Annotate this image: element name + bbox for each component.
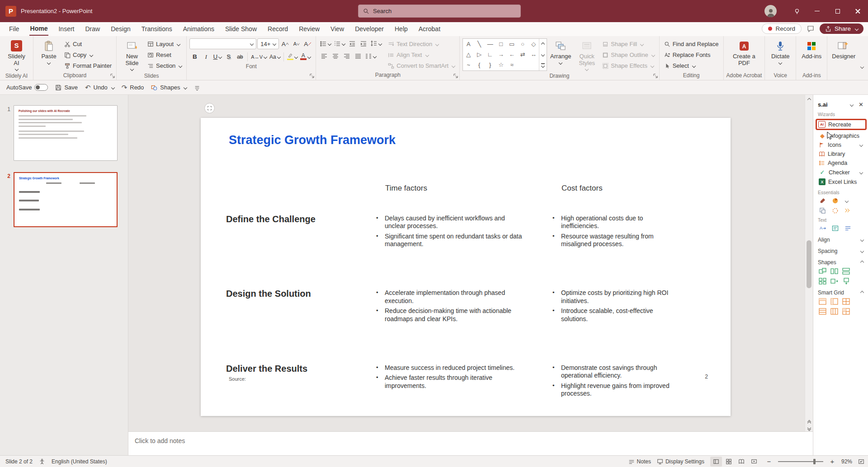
highlight-color-button[interactable] bbox=[286, 51, 298, 62]
shape-tool-icon[interactable] bbox=[830, 278, 838, 285]
text-resize-icon[interactable]: A bbox=[819, 225, 826, 232]
shape-gallery-item[interactable]: ▭ bbox=[506, 39, 517, 49]
shape-gallery-item[interactable]: } bbox=[485, 60, 495, 70]
reading-view-button[interactable] bbox=[736, 457, 747, 467]
underline-button[interactable]: U bbox=[212, 51, 222, 62]
powerpoint-logo-icon[interactable]: P bbox=[5, 6, 16, 17]
panel-collapse-chevron[interactable] bbox=[850, 103, 854, 106]
text-shadow-button[interactable]: S bbox=[223, 51, 234, 62]
line-spacing-button[interactable] bbox=[369, 38, 382, 49]
reset-button[interactable]: Reset bbox=[146, 50, 184, 60]
align-left-button[interactable] bbox=[319, 51, 329, 61]
maximize-button[interactable] bbox=[827, 0, 848, 22]
vertical-scrollbar[interactable] bbox=[805, 95, 813, 431]
gallery-more-button[interactable] bbox=[539, 60, 547, 70]
accessibility-icon[interactable] bbox=[39, 458, 45, 465]
bullets-button[interactable] bbox=[319, 38, 332, 49]
language-indicator[interactable]: English (United States) bbox=[52, 458, 107, 465]
scrollbar-thumb[interactable] bbox=[807, 240, 811, 288]
display-settings-button[interactable]: Display Settings bbox=[657, 458, 704, 465]
tab-slide-show[interactable]: Slide Show bbox=[224, 23, 258, 35]
clear-formatting-button[interactable]: A bbox=[302, 39, 313, 49]
cost-cell[interactable]: Demonstrate cost savings through operati… bbox=[546, 363, 702, 400]
thumbnail-image[interactable]: Polishing our slides with AI Recreate bbox=[14, 105, 118, 161]
new-slide-button[interactable]: New Slide bbox=[119, 38, 145, 72]
share-button[interactable]: Share bbox=[820, 23, 863, 34]
autosave-switch[interactable] bbox=[34, 84, 48, 91]
align-center-button[interactable] bbox=[330, 51, 340, 61]
format-painter-button[interactable]: Format Painter bbox=[62, 61, 113, 70]
panel-item-library[interactable]: Library bbox=[818, 149, 863, 159]
zoom-out-button[interactable]: − bbox=[766, 458, 772, 465]
smart-grid-tool-icon[interactable] bbox=[819, 308, 826, 315]
close-button[interactable] bbox=[848, 0, 868, 22]
normal-view-button[interactable] bbox=[710, 457, 722, 467]
shape-gallery-item[interactable]: → bbox=[495, 49, 506, 60]
tab-view[interactable]: View bbox=[330, 23, 345, 35]
smart-grid-tool-icon[interactable] bbox=[830, 308, 838, 315]
cost-cell[interactable]: Optimize costs by prioritizing high ROI … bbox=[546, 288, 702, 325]
tab-animations[interactable]: Animations bbox=[182, 23, 215, 35]
tab-developer[interactable]: Developer bbox=[354, 23, 385, 35]
tab-design[interactable]: Design bbox=[110, 23, 132, 35]
convert-to-smartart-button[interactable]: Convert to SmartArt bbox=[386, 61, 457, 70]
shrink-font-button[interactable]: A bbox=[291, 39, 302, 49]
shape-gallery-item[interactable]: ∟ bbox=[485, 49, 495, 60]
slidely-ai-button[interactable]: S Slidely AI bbox=[4, 38, 29, 72]
quick-styles-button[interactable]: Quick Styles bbox=[574, 38, 599, 72]
shape-tool-icon[interactable] bbox=[842, 268, 850, 275]
smart-grid-tool-icon[interactable] bbox=[842, 308, 850, 315]
minimize-button[interactable] bbox=[807, 0, 827, 22]
cut-button[interactable]: Cut bbox=[62, 39, 113, 49]
forward-icon[interactable] bbox=[844, 208, 849, 214]
shape-gallery-item[interactable]: △ bbox=[463, 49, 474, 60]
shape-tool-icon[interactable] bbox=[830, 268, 838, 275]
zoom-level[interactable]: 92% bbox=[841, 458, 852, 465]
align-right-button[interactable] bbox=[341, 51, 352, 61]
shape-fill-button[interactable]: Shape Fill bbox=[600, 39, 656, 49]
time-cell[interactable]: Accelerate implementation through phased… bbox=[369, 288, 546, 325]
align-text-button[interactable]: Align Text bbox=[386, 50, 457, 60]
panel-item-infographics[interactable]: ◆ Infographics bbox=[818, 131, 863, 140]
font-dialog-launcher[interactable] bbox=[310, 74, 314, 78]
align-section-header[interactable]: Align bbox=[818, 237, 863, 243]
grow-font-button[interactable]: A bbox=[280, 39, 290, 49]
panel-item-icons[interactable]: Icons bbox=[818, 140, 863, 149]
shape-tool-icon[interactable] bbox=[819, 268, 826, 275]
tab-record[interactable]: Record bbox=[267, 23, 289, 35]
columns-button[interactable] bbox=[364, 51, 377, 61]
paste-button[interactable]: Paste bbox=[36, 38, 61, 65]
panel-item-recreate[interactable]: AI Recreate bbox=[816, 119, 867, 130]
smart-grid-tool-icon[interactable] bbox=[842, 298, 850, 305]
panel-item-checker[interactable]: ✓ Checker bbox=[818, 168, 863, 177]
tab-insert[interactable]: Insert bbox=[57, 23, 75, 35]
save-button[interactable]: Save bbox=[55, 84, 78, 91]
font-name-combo[interactable] bbox=[189, 38, 256, 49]
collapse-ribbon-chevron[interactable] bbox=[860, 65, 864, 69]
gallery-scroll-down[interactable] bbox=[539, 49, 547, 60]
font-size-combo[interactable]: 14+ bbox=[257, 38, 279, 49]
panel-close-icon[interactable]: ✕ bbox=[859, 101, 863, 108]
paragraph-lines-icon[interactable] bbox=[844, 225, 852, 232]
numbering-button[interactable] bbox=[333, 38, 346, 49]
comments-icon[interactable] bbox=[807, 25, 814, 33]
thumbnail-image[interactable]: Strategic Growth Framework bbox=[14, 172, 118, 227]
row-label[interactable]: Define the Challenge bbox=[222, 214, 369, 250]
slide-table[interactable]: Time factors Cost factors Define the Cha… bbox=[222, 184, 703, 400]
record-button[interactable]: Record bbox=[762, 23, 802, 34]
shape-outline-button[interactable]: Shape Outline bbox=[600, 50, 656, 60]
gallery-scroll-up[interactable] bbox=[539, 39, 547, 49]
clipboard-dialog-launcher[interactable] bbox=[110, 74, 115, 78]
shape-gallery-item[interactable]: ↔ bbox=[528, 49, 539, 60]
justify-button[interactable] bbox=[353, 51, 363, 61]
zoom-slider-thumb[interactable] bbox=[813, 459, 816, 464]
notes-panel[interactable]: Click to add notes bbox=[128, 431, 813, 455]
brush-icon[interactable] bbox=[819, 197, 826, 204]
essentials-more-chevron[interactable] bbox=[845, 199, 849, 202]
font-color-button[interactable]: A bbox=[299, 51, 311, 62]
shape-gallery-item[interactable]: — bbox=[485, 39, 495, 49]
shape-gallery-item[interactable]: ~ bbox=[463, 60, 474, 70]
tab-transitions[interactable]: Transitions bbox=[141, 23, 173, 35]
panel-item-excel-links[interactable]: X Excel Links bbox=[818, 177, 863, 187]
smart-grid-section-header[interactable]: Smart Grid bbox=[818, 290, 863, 296]
